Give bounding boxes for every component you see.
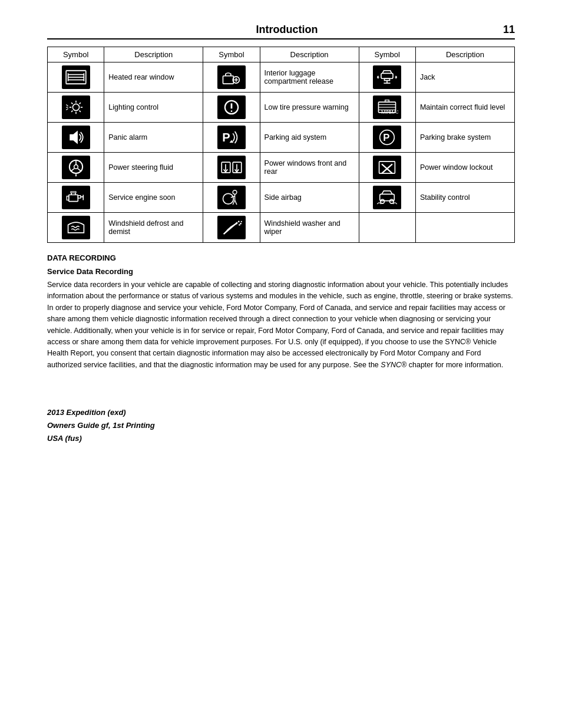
col-header-sym1: Symbol (48, 47, 104, 62)
col-header-sym3: Symbol (359, 47, 415, 62)
symbol-cell (203, 213, 260, 243)
desc-low-tire: Low tire pressure warning (260, 93, 359, 123)
svg-rect-53 (68, 195, 78, 202)
svg-rect-30 (385, 100, 389, 102)
parking-brake-icon: P (373, 126, 401, 149)
desc-stability-control: Stability control (415, 183, 514, 213)
desc-side-airbag: Side airbag (260, 183, 359, 213)
table-row: Lighting control Low tire pressure warni… (48, 93, 515, 123)
symbol-cell: P (203, 123, 260, 153)
desc-panic-alarm: Panic alarm (104, 123, 203, 153)
desc-windshield-washer: Windshield washer and wiper (260, 213, 359, 243)
footer-line2: Owners Guide gf, 1st Printing (47, 419, 515, 432)
maintain-fluid-icon: MIN MAX (373, 95, 401, 119)
svg-point-72 (239, 224, 240, 226)
desc-power-steering: Power steering fluid (104, 153, 203, 183)
power-windows-fr-icon (217, 156, 246, 179)
svg-line-66 (235, 200, 237, 205)
desc-empty (415, 213, 514, 243)
svg-line-25 (66, 108, 68, 110)
desc-maintain-fluid: Maintain correct fluid level (415, 93, 514, 123)
svg-point-14 (72, 104, 79, 110)
svg-rect-60 (71, 192, 76, 193)
interior-luggage-icon (217, 65, 246, 89)
col-header-sym2: Symbol (203, 47, 260, 62)
table-row: Power steering fluid Power windows f (48, 153, 515, 183)
svg-point-71 (240, 223, 242, 225)
desc-lighting-control: Lighting control (104, 93, 203, 123)
desc-windshield-defrost: Windshield defrost and demist (104, 213, 203, 243)
svg-text:P: P (384, 132, 390, 143)
parking-aid-icon: P (217, 126, 246, 149)
lighting-control-icon (62, 95, 90, 119)
panic-alarm-icon (62, 126, 90, 149)
col-header-desc1: Description (104, 47, 203, 62)
symbol-cell (203, 62, 260, 93)
symbol-cell: P (359, 123, 415, 153)
symbol-cell (48, 213, 104, 243)
svg-text:P: P (222, 131, 230, 144)
svg-marker-36 (70, 131, 77, 143)
symbol-cell (203, 183, 260, 213)
stability-control-icon (373, 186, 401, 209)
desc-interior-luggage: Interior luggage compartment release (260, 62, 359, 93)
desc-power-window-lockout: Power window lockout (415, 153, 514, 183)
symbol-cell (48, 62, 104, 93)
table-row: Service engine soon (48, 183, 515, 213)
power-window-lockout-icon (373, 156, 401, 179)
side-airbag-icon (217, 186, 246, 209)
svg-line-20 (79, 111, 80, 112)
svg-line-23 (66, 105, 68, 106)
col-header-desc2: Description (260, 47, 359, 62)
table-row: Panic alarm P Parking aid system (48, 123, 515, 153)
svg-rect-11 (385, 78, 390, 80)
svg-rect-54 (67, 196, 68, 200)
symbol-cell (203, 153, 260, 183)
desc-heated-rear-window: Heated rear window (104, 62, 203, 93)
symbol-cell (48, 153, 104, 183)
table-row: Heated rear window Interior luggage comp… (48, 62, 515, 93)
jack-icon (373, 65, 401, 89)
page-number: 11 (503, 24, 515, 36)
page-title: Introduction (71, 24, 503, 36)
svg-point-28 (231, 110, 233, 112)
symbol-cell (48, 93, 104, 123)
desc-parking-brake: Parking brake system (415, 123, 514, 153)
svg-line-45 (78, 169, 81, 172)
svg-line-44 (71, 169, 74, 172)
footer-line3: USA (fus) (47, 432, 515, 445)
svg-text:MAX: MAX (389, 109, 399, 115)
symbol-cell (48, 123, 104, 153)
windshield-washer-icon (217, 216, 246, 239)
desc-power-windows-fr: Power windows front and rear (260, 153, 359, 183)
symbol-cell (359, 183, 415, 213)
table-row: Windshield defrost and demist (48, 213, 515, 243)
symbol-cell (48, 183, 104, 213)
svg-point-42 (74, 165, 78, 169)
symbols-table: Symbol Description Symbol Description Sy… (47, 47, 515, 243)
col-header-desc3: Description (415, 47, 514, 62)
svg-point-61 (233, 190, 237, 195)
svg-line-19 (71, 103, 72, 104)
footer-line1: 2013 Expedition (exd) (47, 406, 515, 419)
power-steering-icon (62, 156, 90, 179)
symbol-cell (203, 93, 260, 123)
svg-line-22 (71, 111, 72, 112)
symbol-cell-empty (359, 213, 415, 243)
desc-jack: Jack (415, 62, 514, 93)
symbol-cell: MIN MAX (359, 93, 415, 123)
symbol-cell (359, 153, 415, 183)
svg-point-63 (223, 193, 233, 204)
svg-line-21 (79, 103, 80, 104)
svg-rect-50 (379, 162, 395, 173)
svg-point-68 (381, 199, 385, 203)
data-recording-title: DATA RECORDING (47, 253, 515, 262)
heated-rear-window-icon (62, 65, 90, 89)
page-footer: 2013 Expedition (exd) Owners Guide gf, 1… (47, 406, 515, 445)
svg-rect-10 (381, 73, 393, 78)
desc-service-engine: Service engine soon (104, 183, 203, 213)
svg-point-69 (390, 199, 394, 203)
service-data-recording-title: Service Data Recording (47, 267, 515, 276)
low-tire-pressure-icon (217, 95, 246, 119)
page-header: Introduction 11 (47, 24, 515, 39)
